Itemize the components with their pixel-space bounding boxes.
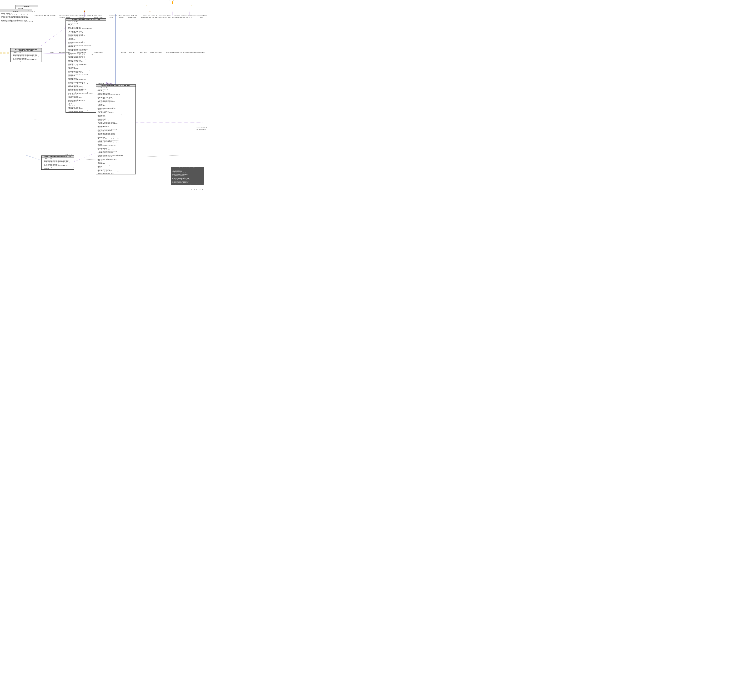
- box-plane-bc-header: PlaneBoundaryCondition< DIM >: [171, 167, 203, 169]
- label-m-cardinal: mCardinal: [121, 52, 126, 53]
- label-abstract-mesh: AbstractMesh< ELEMENT_DIM, SPACE_DIM >: [35, 15, 56, 16]
- label-double-dim-1: ‹ double_DIM ›: [141, 4, 150, 6]
- box-abstract-bc-mid: AbstractCellPopulationBoundaryCondition<…: [10, 48, 42, 62]
- label-returnval: returnval/SetPane: [196, 129, 206, 130]
- label-m-cell-pop-count-writers: mCellPopulationCountWriters: [155, 17, 170, 18]
- label-output-bc-params: OutputCellPopulationBoundaryConditionPar…: [191, 189, 207, 190]
- label-m-cell-location-map-2: mCellLocationMap: [94, 52, 103, 53]
- label-m-control: mControl: [109, 17, 113, 18]
- box-abstract-bc-bottom-section: # mpCellPopulation + AbstractCellPopulat…: [42, 158, 74, 170]
- node-vertex: [172, 2, 173, 4]
- label-c-union: c_union< double, DIM >: [126, 15, 138, 16]
- label-m-output: mOutput: [50, 52, 54, 53]
- label-m-centroid: mCentroid: [119, 17, 124, 18]
- label-m-cell-location-map: mCellLocationMap: [94, 17, 103, 18]
- label-m-material-fox: mpMaterialFox: [128, 17, 136, 18]
- label-output-results-2: mOutputResultsForClearVisualization: [183, 52, 203, 53]
- svg-marker-34: [150, 10, 151, 12]
- box-mesh-header: MeshBasedCellPopulation< ELEMENT_DIM, SP…: [66, 19, 106, 21]
- box-abstract-bc-top-header: AbstractCellPopulationBoundaryCondition<…: [0, 9, 32, 12]
- abc-top-item-6: + OutputCellPopulationBoundaryCondition(…: [1, 20, 32, 21]
- label-m-cells-2: mCells: [202, 52, 205, 53]
- abc-top-item-1: # mpCellPopulation: [1, 13, 32, 14]
- abc-top-item-3: + AbstractCellPopulationBoundaryConditio…: [1, 16, 32, 17]
- label-vector-shared-2: vector< boost::shared_ptr< AbstractCellP…: [188, 15, 207, 16]
- label-double-dim-2: ‹ double_DIM ›: [186, 4, 195, 6]
- box-abstract-bc-top: AbstractCellPopulationBoundaryCondition<…: [0, 9, 32, 23]
- label-m-centroid-2: mCentroid: [129, 52, 135, 53]
- box-abstract-bc-mid-header: AbstractCellPopulationBoundaryCondition<…: [10, 48, 42, 52]
- label-c-vertex: < c_vertex: [169, 0, 175, 1]
- label-mp-cell-pop-mid: mpCellPopulation: [64, 154, 73, 155]
- box-abstract-cell-pop-section: # mCellLocationMap # mLocationCellMap # …: [96, 87, 135, 174]
- box-plane-bc-section: - mPointOnPlane - mNormalToPlane - mUseJ…: [171, 169, 203, 185]
- label-auto-dim: auto_ptr< dim element>: [158, 15, 171, 16]
- diagram-container: < c_vertex ‹ double_DIM › ‹ double_DIM ›…: [0, 0, 207, 198]
- abc-top-item-5: + VerifyBoundaryCondition(): [1, 18, 32, 20]
- label-m-location-map: mLocationMap: [78, 17, 84, 18]
- box-abstract-bc-bottom: AbstractCellPopulationBoundaryCondition<…: [41, 155, 74, 170]
- label-m-cell-pop-writers: mCellPopulationWriters: [59, 17, 71, 18]
- box-abstract-bc-bottom-header: AbstractCellPopulationBoundaryCondition<…: [42, 155, 74, 158]
- label-vector-shared: vector< shared_ptr< AbstractCellPopulati…: [59, 15, 102, 16]
- label-mp-material-fox-2: mpMaterialFox: [139, 52, 147, 53]
- label-m-cell-pop-writers-2: mCellPopulationWriters: [59, 52, 71, 53]
- svg-marker-35: [84, 10, 85, 12]
- abc-top-item-7: + OutputCellPopulationBoundaryConditionP…: [1, 21, 32, 22]
- label-c-nodes-dim: c_nodes< double, DIM >: [204, 15, 207, 16]
- label-m-cell-pop-count-2: mCellPopulationCountWriters: [166, 52, 182, 53]
- box-plane-bc: PlaneBoundaryCondition< DIM > - mPointOn…: [171, 167, 204, 185]
- svg-line-19: [26, 155, 41, 160]
- label-m-cells: mCells: [200, 17, 203, 18]
- label-m-property-registry: mpCellPropertyRegistry: [141, 17, 154, 18]
- label-dim-left: < DIM >: [33, 119, 37, 120]
- box-abstract-cell-pop: AbstractCellPopulation< ELEMENT_DIM, ELE…: [96, 84, 136, 174]
- box-abstract-cell-pop-header: AbstractCellPopulation< ELEMENT_DIM, ELE…: [96, 85, 135, 87]
- label-m-output-results: mOutputResultsForClearVisualization: [172, 17, 192, 18]
- label-m-location-cellmap: mLocationCellMap: [77, 52, 86, 53]
- abc-top-item-2: + AbstractCellPopulationBoundaryConditio…: [1, 14, 32, 16]
- label-bool: bool: [201, 15, 203, 16]
- label-vector-boost: vector< boost::shared_ptr >: [143, 15, 158, 16]
- abc-top-item-4: + ~AbstractCellPopulationBoundaryConditi…: [1, 17, 32, 18]
- box-abstract-bc-top-section: # mpCellPopulation + AbstractCellPopulat…: [0, 12, 32, 23]
- label-element-dim: < ELEMENT_DIM, ELEMENT_DIM >: [97, 83, 112, 84]
- box-membases-header: membases: [16, 5, 38, 7]
- label-mp-prop-reg-2: mpCellPropertyRegistry: [150, 52, 163, 53]
- label-stmass: stmass_x}}gg)abs(lem=SetPane: [196, 127, 207, 128]
- box-abstract-bc-mid-section: # mpCellPopulation + AbstractCellPopulat…: [10, 52, 42, 62]
